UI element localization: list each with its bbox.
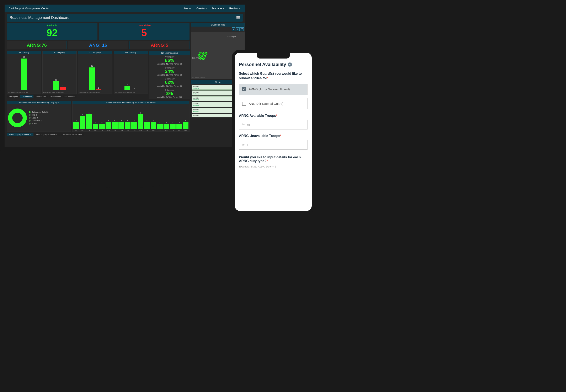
unavailable-metric: Unavailable 5 [99, 23, 190, 40]
nav-manage[interactable]: Manage [212, 7, 224, 10]
monitor-base [81, 181, 168, 188]
mos-bar: 413E [125, 120, 131, 131]
unavailable-value: 5 [99, 28, 190, 38]
app-title: Civil Support Management Center [9, 7, 49, 10]
arng-count: ARNG:76 [7, 41, 67, 49]
company-charts: A Company43Last update: a few seconds ag… [7, 51, 148, 94]
available-label: Available [7, 24, 97, 27]
nav-home[interactable]: Home [184, 7, 192, 10]
chevron-down-icon [205, 8, 207, 9]
bottom-tabs: ARNG Duty Type and MOSANG Duty Type and … [7, 133, 243, 136]
unavail-troops-input[interactable]: 1₂³ 4 [239, 140, 308, 150]
mos-bar: 409L [73, 120, 79, 131]
guard-select-prompt: Select which Guard(s) you would like to … [239, 71, 308, 81]
dashboard-title: Readiness Management Dashboard [10, 15, 69, 20]
available-value: 92 [7, 28, 97, 38]
arng-unavail-count: ARNG:5 [129, 41, 190, 49]
unavail-troops-label: ARNG Unavailable Troops* [239, 134, 308, 138]
battalion-tab[interactable]: 2nd Battalion [34, 95, 48, 98]
detail-prompt: Would you like to input details for each… [239, 155, 308, 163]
guard-option[interactable]: ✓ARNG (Army National Guard) [239, 84, 308, 95]
main-nav: Home Create Manage Review [184, 7, 241, 10]
guard-option[interactable]: ANG (Air Natonal Guard) [239, 98, 308, 109]
bottom-tab[interactable]: Personnel Details Table [60, 133, 84, 136]
map-title: Situational Map [191, 23, 245, 27]
donut-chart [8, 109, 27, 127]
legend-item: 502f 0 [29, 114, 48, 116]
battalion-tab[interactable]: 1st Battalion [20, 95, 34, 98]
phone-screen: Personnel Availability Select which Guar… [235, 53, 312, 211]
map-cluster: 158 128 195 99 108 46 52 80 [197, 52, 210, 62]
mos-bar: 815H [138, 112, 143, 131]
bottom-tab[interactable]: ARNG Duty Type and MOS [7, 133, 33, 136]
dashboard-title-bar: Readiness Management Dashboard [7, 14, 243, 22]
mos-bar-chart: 409L711C811M312C312E412G413P412W413E413S… [73, 104, 189, 132]
no-submissions-title: No Submissions [149, 51, 190, 55]
mos-bar: 321E [164, 121, 169, 131]
mos-bar: 312C [93, 121, 98, 131]
chevron-down-icon [223, 8, 224, 9]
donut-legend: State Active Duty 92502f 0Mday 0Technici… [29, 111, 48, 125]
battalion-tab[interactable]: 3rd Battalion [49, 95, 62, 98]
mos-bar: 413S [131, 120, 137, 131]
battalion-tab[interactable]: 1st Brigade [7, 95, 19, 98]
main-column: Available 92 Unavailable 5 ARNG:76 ANG: … [7, 23, 190, 132]
form-title: Personnel Availability [239, 62, 308, 67]
menu-icon[interactable] [237, 16, 240, 19]
mos-bar: 413P [112, 120, 118, 131]
company-chart: A Company43Last update: a few seconds ag… [7, 51, 41, 94]
mos-bar: 368Z [176, 121, 182, 131]
bottom-tab[interactable]: ANG Duty Type and AFSC [34, 133, 60, 136]
legend-item: State Active Duty 92 [29, 111, 48, 113]
mos-bar: 412G [105, 120, 111, 131]
available-metric: Available 92 [7, 23, 97, 40]
monitor-stand [108, 152, 141, 181]
number-icon: 1₂³ [242, 123, 245, 126]
detail-example: Example: State Active Duty = 5 [239, 165, 308, 168]
nosub-item: C Company62%Available: 31 / Total Force:… [149, 77, 190, 88]
phone-notch [257, 53, 290, 58]
nosub-item: B Company24%Available: 12 / Total Force:… [149, 66, 190, 77]
gear-icon[interactable]: ⚙ [236, 28, 239, 31]
duty-donut-title: All Available ARNG Individuals by Duty T… [7, 101, 71, 104]
company-chart: B Company124Last update: a few seconds a… [42, 51, 77, 94]
map-attribution: Esri, HERE, Garmin [192, 77, 205, 78]
map-label-vegas: Las Vegas [227, 36, 236, 38]
legend-item: Mday 0 [29, 117, 48, 119]
nosub-item: D Company3%Available: 6 / Total Force: 2… [149, 88, 190, 99]
nav-review[interactable]: Review [229, 7, 241, 10]
mos-bar: 415Q [151, 120, 156, 131]
mos-bar: 321V [170, 121, 176, 131]
avail-troops-label: ARNG Available Troops* [239, 114, 308, 118]
legend-item: Technician 0 [29, 120, 48, 122]
mos-bar: 312E [99, 121, 105, 131]
phone-frame: Personnel Availability Select which Guar… [232, 50, 314, 214]
mos-bar: 321C [157, 121, 163, 131]
number-icon: 1₂³ [242, 143, 245, 146]
nav-create[interactable]: Create [196, 7, 207, 10]
expand-icon[interactable]: ⛶ [240, 28, 244, 31]
unavailable-label: Unavailable [99, 24, 190, 27]
legend-item: AGR 0 [29, 123, 48, 125]
mos-bar: 811M [86, 112, 92, 131]
mos-bar: 412W [119, 120, 124, 131]
nosub-item: A Company86%Available: 43 / Total Force:… [149, 55, 190, 66]
monitor-frame: Civil Support Management Center Home Cre… [0, 0, 249, 203]
mos-chart-panel: Available ARNG Individuals by MOS in All… [72, 101, 190, 132]
company-chart: D Company60Last update: a few seconds ag… [114, 51, 148, 94]
no-submissions-panel: No Submissions A Company86%Available: 43… [149, 51, 190, 99]
app-screen: Civil Support Management Center Home Cre… [0, 0, 249, 152]
company-chart: C Company311Last update: a few seconds a… [78, 51, 112, 94]
duty-donut-panel: All Available ARNG Individuals by Duty T… [7, 101, 71, 132]
top-bar: Civil Support Management Center Home Cre… [5, 5, 245, 12]
ang-count: ANG: 16 [68, 41, 128, 49]
chevron-down-icon [239, 8, 241, 9]
company-tabs: 1st Brigade1st Battalion2nd Battalion3rd… [7, 95, 148, 98]
mos-bar: 415K [144, 120, 150, 131]
collapse-icon[interactable] [288, 62, 292, 67]
avail-troops-input[interactable]: 1₂³ 55 [239, 120, 308, 129]
mos-bar: 711C [80, 114, 85, 131]
battalion-tab[interactable]: 4th Battalion [63, 95, 76, 98]
mos-bar: 498P [183, 120, 188, 131]
layers-icon[interactable]: ▦ [232, 28, 235, 31]
